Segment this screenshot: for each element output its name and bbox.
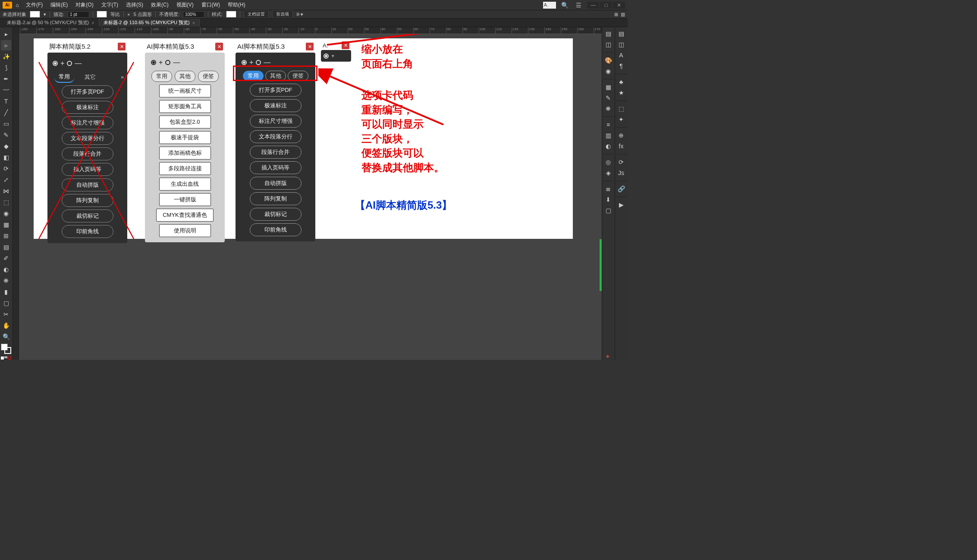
close-icon[interactable]: × bbox=[192, 20, 195, 25]
menu-effect[interactable]: 效果(C) bbox=[148, 0, 172, 9]
script-button[interactable]: 阵列复制 bbox=[250, 192, 302, 205]
close-icon[interactable]: ✕ bbox=[342, 41, 349, 49]
uniform-label[interactable]: 等比 bbox=[110, 11, 120, 18]
tab-other[interactable]: 其他 bbox=[175, 71, 195, 82]
menu-file[interactable]: 文件(F) bbox=[22, 0, 46, 9]
arrange-icon[interactable]: ⊞ bbox=[614, 12, 618, 17]
script-button[interactable]: 文本段落分行 bbox=[250, 130, 302, 143]
close-icon[interactable]: ✕ bbox=[306, 43, 314, 50]
stroke-panel-icon[interactable]: ≡ bbox=[603, 120, 613, 129]
color-mode-icons[interactable] bbox=[1, 357, 12, 360]
panel-icon[interactable]: ✦ bbox=[616, 115, 626, 124]
script-button[interactable]: 自动拼版 bbox=[250, 177, 302, 190]
script-button[interactable]: 多段路径连接 bbox=[159, 162, 211, 175]
appearance-panel-icon[interactable]: ◎ bbox=[603, 157, 613, 167]
stroke-width-input[interactable] bbox=[68, 11, 89, 18]
line-tool-icon[interactable]: ╱ bbox=[1, 107, 11, 118]
scale-tool-icon[interactable]: ⤢ bbox=[1, 175, 11, 185]
script-button[interactable]: 自动拼版 bbox=[62, 178, 113, 191]
eraser-tool-icon[interactable]: ◧ bbox=[1, 152, 11, 163]
tab-notes[interactable]: 便签 bbox=[288, 71, 308, 81]
transparency-panel-icon[interactable]: ◐ bbox=[603, 141, 613, 151]
radio-on-icon[interactable] bbox=[324, 53, 329, 59]
script-button[interactable]: 极速标注 bbox=[62, 101, 113, 114]
radio-on-icon[interactable] bbox=[151, 60, 156, 65]
curvature-tool-icon[interactable]: 〰 bbox=[1, 85, 11, 95]
script-button[interactable]: 统一画板尺寸 bbox=[159, 84, 211, 97]
style-swatch[interactable] bbox=[226, 11, 236, 18]
mesh-tool-icon[interactable]: ⊞ bbox=[1, 231, 11, 241]
workspace-switcher-icon[interactable]: ☰ bbox=[573, 0, 584, 10]
menu-help[interactable]: 帮助(H) bbox=[224, 0, 249, 9]
perspective-tool-icon[interactable]: ▦ bbox=[1, 219, 11, 230]
asset-export-panel-icon[interactable]: ⬇ bbox=[603, 195, 613, 204]
zoom-tool-icon[interactable]: 🔍 bbox=[1, 332, 11, 342]
layers-panel-icon[interactable]: ≣ bbox=[603, 184, 613, 194]
direct-selection-tool-icon[interactable]: ▹ bbox=[1, 40, 11, 50]
script-button[interactable]: 印前角线 bbox=[250, 223, 302, 236]
radio-off-icon[interactable] bbox=[256, 60, 261, 65]
align-icon[interactable]: ⊪▾ bbox=[296, 12, 303, 17]
panel-icon[interactable]: ¶ bbox=[616, 61, 626, 71]
script-button[interactable]: 一键拼版 bbox=[159, 193, 211, 206]
doc-tab-2[interactable]: 未标题-2 @ 110.65 % (CMYK/CPU 预览) × bbox=[99, 19, 200, 27]
panel-icon[interactable]: ⬚ bbox=[616, 104, 626, 113]
close-icon[interactable]: ✕ bbox=[118, 43, 126, 50]
shape-builder-tool-icon[interactable]: ◉ bbox=[1, 208, 11, 219]
menu-edit[interactable]: 编辑(E) bbox=[47, 0, 71, 9]
eyedropper-tool-icon[interactable]: ✐ bbox=[1, 253, 11, 263]
docked-mini-panel[interactable]: A. bbox=[543, 2, 556, 9]
close-icon[interactable]: × bbox=[91, 20, 94, 25]
artboards-panel-icon[interactable]: ▢ bbox=[603, 206, 613, 215]
graphic-styles-panel-icon[interactable]: ◈ bbox=[603, 168, 613, 178]
brush-label[interactable]: 5 点圆形 bbox=[134, 11, 152, 18]
opacity-input[interactable] bbox=[183, 11, 204, 18]
magic-wand-tool-icon[interactable]: ✨ bbox=[1, 51, 11, 62]
script-button[interactable]: 插入页码等 bbox=[62, 163, 113, 176]
pen-tool-icon[interactable]: ✒ bbox=[1, 74, 11, 84]
panel-icon[interactable]: Js bbox=[616, 168, 626, 178]
color-guide-panel-icon[interactable]: ◉ bbox=[603, 66, 613, 76]
menu-object[interactable]: 对象(O) bbox=[72, 0, 97, 9]
script-button[interactable]: 打开多页PDF bbox=[62, 85, 113, 98]
minimize-icon[interactable]: — bbox=[587, 2, 599, 9]
menu-window[interactable]: 窗口(W) bbox=[198, 0, 223, 9]
script-button[interactable]: 使用说明 bbox=[159, 224, 211, 237]
hand-tool-icon[interactable]: ✋ bbox=[1, 320, 11, 331]
panel-icon[interactable]: ▤ bbox=[616, 29, 626, 38]
artboard-tool-icon[interactable]: ▢ bbox=[1, 298, 11, 308]
rectangle-tool-icon[interactable]: ▭ bbox=[1, 119, 11, 129]
tab-common[interactable]: 常用 bbox=[243, 71, 264, 81]
script-button[interactable]: 裁切标记 bbox=[62, 210, 113, 222]
shaper-tool-icon[interactable]: ◆ bbox=[1, 141, 11, 151]
fill-swatch[interactable] bbox=[30, 11, 40, 18]
panel-icon[interactable]: ▶ bbox=[616, 200, 626, 210]
radio-on-icon[interactable] bbox=[242, 60, 247, 65]
script-button[interactable]: 段落行合并 bbox=[62, 147, 113, 160]
radio-off-icon[interactable] bbox=[165, 60, 170, 65]
script-button[interactable]: 包装盒型2.0 bbox=[159, 116, 211, 128]
script-button[interactable]: 矩形圆角工具 bbox=[159, 100, 211, 113]
symbol-sprayer-tool-icon[interactable]: ❋ bbox=[1, 275, 11, 286]
script-button[interactable]: 阵列复制 bbox=[62, 194, 113, 207]
script-button[interactable]: 打开多页PDF bbox=[250, 84, 302, 97]
brushes-panel-icon[interactable]: ✎ bbox=[603, 93, 613, 103]
gradient-panel-icon[interactable]: ▥ bbox=[603, 131, 613, 140]
doc-tab-1[interactable]: 未标题-2.ai @ 50 % (CMYK/CPU 预览) × bbox=[3, 19, 99, 27]
rotate-tool-icon[interactable]: ⟳ bbox=[1, 163, 11, 174]
symbols-panel-icon[interactable]: ❋ bbox=[603, 104, 613, 113]
home-icon[interactable]: ⌂ bbox=[13, 1, 22, 9]
script-button[interactable]: 标注尺寸增强 bbox=[62, 116, 113, 129]
slice-tool-icon[interactable]: ✂ bbox=[1, 309, 11, 319]
panel-icon[interactable]: ♣ bbox=[616, 77, 626, 87]
script-button[interactable]: 添加画稿色标 bbox=[159, 147, 211, 160]
search-icon[interactable]: 🔍 bbox=[559, 0, 570, 10]
panel-icon[interactable]: A bbox=[616, 50, 626, 60]
properties-panel-icon[interactable]: ▤ bbox=[603, 29, 613, 38]
more-icon[interactable]: » bbox=[121, 74, 124, 80]
fill-stroke-swatch[interactable] bbox=[1, 344, 12, 355]
panel-icon[interactable]: ⟳ bbox=[616, 157, 626, 167]
panel-icon[interactable]: ◫ bbox=[616, 40, 626, 49]
script-button[interactable]: 印前角线 bbox=[62, 225, 113, 238]
doc-setup-button[interactable]: 文档设置 bbox=[244, 10, 269, 18]
